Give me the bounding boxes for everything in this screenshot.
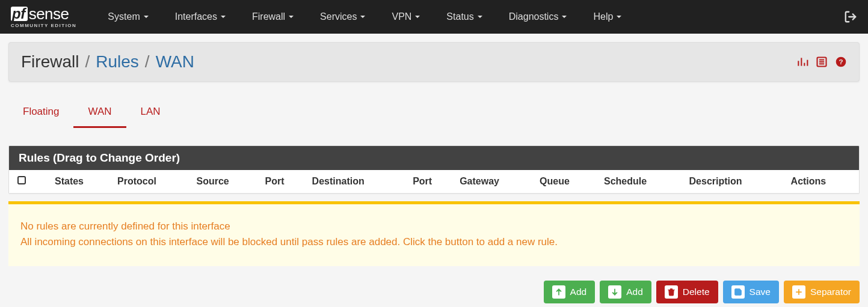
col-actions: Actions <box>786 170 859 193</box>
trash-icon <box>665 285 678 299</box>
rules-table: States Protocol Source Port Destination … <box>9 170 859 193</box>
svg-text:?: ? <box>839 58 843 65</box>
chevron-down-icon <box>415 16 420 18</box>
tabs: Floating WAN LAN <box>8 100 860 129</box>
nav-label: Diagnostics <box>509 11 559 22</box>
col-states: States <box>50 170 112 193</box>
nav-label: Status <box>446 11 473 22</box>
tab-lan[interactable]: LAN <box>126 100 175 128</box>
col-gateway: Gateway <box>455 170 535 193</box>
col-description: Description <box>685 170 786 193</box>
brand-sub: COMMUNITY EDITION <box>11 23 76 28</box>
breadcrumb-sep: / <box>145 52 150 71</box>
chevron-down-icon <box>478 16 482 18</box>
header-icons: ? <box>796 56 847 68</box>
log-icon[interactable] <box>816 56 828 68</box>
brand-sense: sense <box>29 6 69 22</box>
brand-logo[interactable]: pfsense COMMUNITY EDITION <box>11 6 76 28</box>
nav-item-system[interactable]: System <box>94 0 161 34</box>
separator-button[interactable]: Separator <box>784 281 860 303</box>
breadcrumb-leaf[interactable]: WAN <box>156 52 194 71</box>
nav-label: System <box>108 11 140 22</box>
plus-icon <box>792 285 805 299</box>
nav-item-interfaces[interactable]: Interfaces <box>162 0 239 34</box>
col-destination: Destination <box>307 170 408 193</box>
button-label: Separator <box>810 287 851 297</box>
chevron-down-icon <box>360 16 365 18</box>
arrow-up-icon <box>552 285 565 299</box>
nav-label: VPN <box>392 11 411 22</box>
col-protocol: Protocol <box>112 170 191 193</box>
save-button[interactable]: Save <box>723 281 779 303</box>
alert-line2: All incoming connections on this interfa… <box>20 234 848 250</box>
logout-icon[interactable] <box>839 10 862 23</box>
breadcrumb-root: Firewall <box>21 52 79 71</box>
col-source: Source <box>191 170 260 193</box>
stats-icon[interactable] <box>796 56 808 68</box>
rules-panel: Rules (Drag to Change Order) States Prot… <box>8 145 860 194</box>
help-icon[interactable]: ? <box>835 56 847 68</box>
nav-label: Firewall <box>252 11 285 22</box>
select-all-checkbox[interactable] <box>17 176 26 184</box>
tab-floating[interactable]: Floating <box>8 100 73 128</box>
nav-item-help[interactable]: Help <box>580 0 635 34</box>
nav-item-diagnostics[interactable]: Diagnostics <box>496 0 580 34</box>
actions-bar: Add Add Delete Save Separator <box>8 281 860 303</box>
button-label: Delete <box>683 287 710 297</box>
chevron-down-icon <box>562 16 567 18</box>
button-label: Add <box>626 287 643 297</box>
no-rules-alert: No rules are currently defined for this … <box>8 201 860 266</box>
button-label: Save <box>749 287 771 297</box>
breadcrumb-sep: / <box>85 52 90 71</box>
nav-item-firewall[interactable]: Firewall <box>239 0 307 34</box>
save-icon <box>731 285 745 299</box>
breadcrumb-section[interactable]: Rules <box>96 52 139 71</box>
nav-item-status[interactable]: Status <box>433 0 495 34</box>
nav-label: Interfaces <box>175 11 217 22</box>
col-queue: Queue <box>535 170 599 193</box>
button-label: Add <box>570 287 587 297</box>
nav-label: Help <box>593 11 613 22</box>
nav-list: System Interfaces Firewall Services VPN … <box>94 0 839 34</box>
arrow-down-icon <box>608 285 621 299</box>
nav-item-services[interactable]: Services <box>307 0 378 34</box>
breadcrumb: Firewall / Rules / WAN <box>21 52 194 71</box>
page-header: Firewall / Rules / WAN ? <box>8 42 860 82</box>
table-header-row: States Protocol Source Port Destination … <box>9 170 859 193</box>
brand-pf: pf <box>11 7 28 21</box>
col-schedule: Schedule <box>599 170 685 193</box>
delete-button[interactable]: Delete <box>656 281 718 303</box>
add-top-button[interactable]: Add <box>544 281 596 303</box>
chevron-down-icon <box>617 16 621 18</box>
navbar: pfsense COMMUNITY EDITION System Interfa… <box>0 0 868 34</box>
tab-wan[interactable]: WAN <box>73 100 126 128</box>
chevron-down-icon <box>289 16 294 18</box>
nav-item-vpn[interactable]: VPN <box>378 0 433 34</box>
nav-label: Services <box>320 11 357 22</box>
col-port2: Port <box>408 170 455 193</box>
chevron-down-icon <box>144 16 149 18</box>
alert-line1: No rules are currently defined for this … <box>20 219 848 234</box>
panel-heading: Rules (Drag to Change Order) <box>9 146 859 170</box>
add-bottom-button[interactable]: Add <box>600 281 651 303</box>
col-port: Port <box>260 170 307 193</box>
chevron-down-icon <box>221 16 226 18</box>
